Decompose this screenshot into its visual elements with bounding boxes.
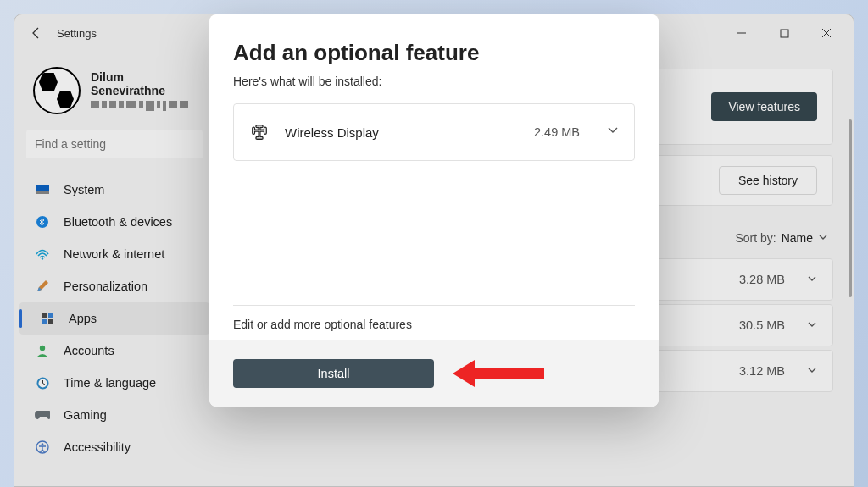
add-feature-dialog: Add an optional feature Here's what will… [209,14,659,407]
dialog-title: Add an optional feature [233,40,635,66]
feature-name: Wireless Display [285,125,379,140]
feature-row[interactable]: Wireless Display 2.49 MB [233,103,635,161]
annotation-arrow [453,364,544,383]
puzzle-icon [249,122,270,142]
dialog-subtitle: Here's what will be installed: [233,75,635,88]
edit-features-link[interactable]: Edit or add more optional features [233,318,635,331]
divider [233,305,635,306]
chevron-down-icon [607,125,619,140]
install-button[interactable]: Install [233,359,434,388]
feature-size: 2.49 MB [534,125,580,139]
dialog-footer: Install [209,340,659,407]
dialog-backdrop: Add an optional feature Here's what will… [0,0,868,487]
